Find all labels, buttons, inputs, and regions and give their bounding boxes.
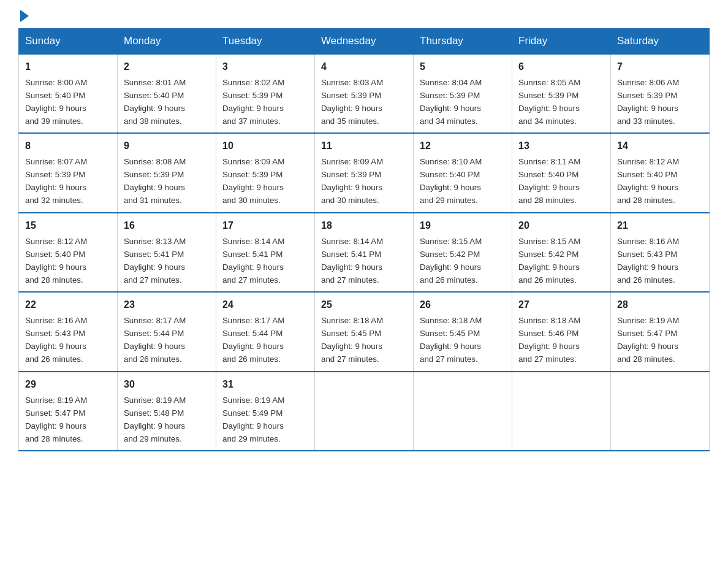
day-number: 18 <box>321 218 407 234</box>
day-number: 12 <box>420 139 506 154</box>
week-row-4: 22Sunrise: 8:16 AMSunset: 5:43 PMDayligh… <box>19 292 710 371</box>
day-cell: 14Sunrise: 8:12 AMSunset: 5:40 PMDayligh… <box>611 133 710 212</box>
day-info: Sunrise: 8:13 AMSunset: 5:41 PMDaylight:… <box>124 237 186 285</box>
day-info: Sunrise: 8:08 AMSunset: 5:39 PMDaylight:… <box>124 157 186 205</box>
day-info: Sunrise: 8:18 AMSunset: 5:46 PMDaylight:… <box>518 316 580 364</box>
day-info: Sunrise: 8:12 AMSunset: 5:40 PMDaylight:… <box>25 237 87 285</box>
day-number: 27 <box>518 297 604 313</box>
week-row-1: 1Sunrise: 8:00 AMSunset: 5:40 PMDaylight… <box>19 54 710 133</box>
day-cell: 7Sunrise: 8:06 AMSunset: 5:39 PMDaylight… <box>611 54 710 133</box>
day-number: 1 <box>25 59 111 75</box>
day-info: Sunrise: 8:16 AMSunset: 5:43 PMDaylight:… <box>617 237 679 285</box>
logo-arrow-icon <box>20 10 29 22</box>
day-cell: 22Sunrise: 8:16 AMSunset: 5:43 PMDayligh… <box>19 292 118 371</box>
week-row-5: 29Sunrise: 8:19 AMSunset: 5:47 PMDayligh… <box>19 372 710 451</box>
day-number: 22 <box>25 297 111 313</box>
day-cell: 18Sunrise: 8:14 AMSunset: 5:41 PMDayligh… <box>315 213 414 292</box>
day-number: 15 <box>25 218 111 234</box>
day-number: 25 <box>321 297 407 313</box>
day-number: 8 <box>25 139 111 154</box>
day-info: Sunrise: 8:19 AMSunset: 5:48 PMDaylight:… <box>124 396 186 443</box>
day-cell: 12Sunrise: 8:10 AMSunset: 5:40 PMDayligh… <box>414 133 512 212</box>
day-info: Sunrise: 8:19 AMSunset: 5:47 PMDaylight:… <box>25 396 87 443</box>
day-info: Sunrise: 8:07 AMSunset: 5:39 PMDaylight:… <box>25 157 87 205</box>
day-number: 13 <box>518 139 604 154</box>
day-cell: 13Sunrise: 8:11 AMSunset: 5:40 PMDayligh… <box>512 133 611 212</box>
day-info: Sunrise: 8:17 AMSunset: 5:44 PMDaylight:… <box>124 316 186 364</box>
day-cell: 11Sunrise: 8:09 AMSunset: 5:39 PMDayligh… <box>315 133 414 212</box>
day-number: 28 <box>617 297 703 313</box>
day-number: 29 <box>25 377 111 393</box>
day-number: 7 <box>617 59 703 75</box>
day-cell: 30Sunrise: 8:19 AMSunset: 5:48 PMDayligh… <box>118 372 216 451</box>
day-number: 4 <box>321 59 407 75</box>
day-cell: 29Sunrise: 8:19 AMSunset: 5:47 PMDayligh… <box>19 372 118 451</box>
day-info: Sunrise: 8:04 AMSunset: 5:39 PMDaylight:… <box>420 78 482 126</box>
day-info: Sunrise: 8:15 AMSunset: 5:42 PMDaylight:… <box>518 237 580 285</box>
week-row-3: 15Sunrise: 8:12 AMSunset: 5:40 PMDayligh… <box>19 213 710 292</box>
day-number: 24 <box>222 297 308 313</box>
header-cell-sunday: Sunday <box>19 29 118 55</box>
day-number: 2 <box>124 59 210 75</box>
day-number: 26 <box>420 297 506 313</box>
day-cell <box>512 372 611 451</box>
day-info: Sunrise: 8:00 AMSunset: 5:40 PMDaylight:… <box>25 78 87 126</box>
day-cell: 27Sunrise: 8:18 AMSunset: 5:46 PMDayligh… <box>512 292 611 371</box>
day-number: 14 <box>617 139 703 154</box>
page-header <box>18 12 710 22</box>
day-cell: 2Sunrise: 8:01 AMSunset: 5:40 PMDaylight… <box>118 54 216 133</box>
day-info: Sunrise: 8:11 AMSunset: 5:40 PMDaylight:… <box>518 157 580 205</box>
day-info: Sunrise: 8:14 AMSunset: 5:41 PMDaylight:… <box>222 237 284 285</box>
day-cell: 24Sunrise: 8:17 AMSunset: 5:44 PMDayligh… <box>216 292 315 371</box>
day-number: 20 <box>518 218 604 234</box>
day-number: 6 <box>518 59 604 75</box>
day-number: 10 <box>222 139 308 154</box>
header-cell-friday: Friday <box>512 29 611 55</box>
day-info: Sunrise: 8:17 AMSunset: 5:44 PMDaylight:… <box>222 316 284 364</box>
day-cell: 23Sunrise: 8:17 AMSunset: 5:44 PMDayligh… <box>118 292 216 371</box>
logo <box>18 12 29 22</box>
day-cell: 1Sunrise: 8:00 AMSunset: 5:40 PMDaylight… <box>19 54 118 133</box>
header-cell-monday: Monday <box>118 29 216 55</box>
day-info: Sunrise: 8:14 AMSunset: 5:41 PMDaylight:… <box>321 237 383 285</box>
day-cell: 10Sunrise: 8:09 AMSunset: 5:39 PMDayligh… <box>216 133 315 212</box>
header-cell-thursday: Thursday <box>414 29 512 55</box>
day-cell: 21Sunrise: 8:16 AMSunset: 5:43 PMDayligh… <box>611 213 710 292</box>
day-info: Sunrise: 8:18 AMSunset: 5:45 PMDaylight:… <box>321 316 383 364</box>
day-info: Sunrise: 8:16 AMSunset: 5:43 PMDaylight:… <box>25 316 87 364</box>
day-number: 17 <box>222 218 308 234</box>
day-cell: 9Sunrise: 8:08 AMSunset: 5:39 PMDaylight… <box>118 133 216 212</box>
day-cell: 28Sunrise: 8:19 AMSunset: 5:47 PMDayligh… <box>611 292 710 371</box>
day-info: Sunrise: 8:12 AMSunset: 5:40 PMDaylight:… <box>617 157 679 205</box>
day-info: Sunrise: 8:01 AMSunset: 5:40 PMDaylight:… <box>124 78 186 126</box>
calendar-body: 1Sunrise: 8:00 AMSunset: 5:40 PMDaylight… <box>19 54 710 451</box>
week-row-2: 8Sunrise: 8:07 AMSunset: 5:39 PMDaylight… <box>19 133 710 212</box>
day-cell <box>315 372 414 451</box>
day-cell: 31Sunrise: 8:19 AMSunset: 5:49 PMDayligh… <box>216 372 315 451</box>
day-cell: 15Sunrise: 8:12 AMSunset: 5:40 PMDayligh… <box>19 213 118 292</box>
day-cell: 25Sunrise: 8:18 AMSunset: 5:45 PMDayligh… <box>315 292 414 371</box>
header-cell-tuesday: Tuesday <box>216 29 315 55</box>
day-info: Sunrise: 8:02 AMSunset: 5:39 PMDaylight:… <box>222 78 284 126</box>
day-number: 23 <box>124 297 210 313</box>
day-cell: 3Sunrise: 8:02 AMSunset: 5:39 PMDaylight… <box>216 54 315 133</box>
day-info: Sunrise: 8:19 AMSunset: 5:47 PMDaylight:… <box>617 316 679 364</box>
day-cell: 16Sunrise: 8:13 AMSunset: 5:41 PMDayligh… <box>118 213 216 292</box>
calendar-header: SundayMondayTuesdayWednesdayThursdayFrid… <box>19 29 710 55</box>
day-info: Sunrise: 8:18 AMSunset: 5:45 PMDaylight:… <box>420 316 482 364</box>
header-cell-wednesday: Wednesday <box>315 29 414 55</box>
day-number: 16 <box>124 218 210 234</box>
day-cell <box>611 372 710 451</box>
day-info: Sunrise: 8:06 AMSunset: 5:39 PMDaylight:… <box>617 78 679 126</box>
day-info: Sunrise: 8:09 AMSunset: 5:39 PMDaylight:… <box>222 157 284 205</box>
day-cell: 26Sunrise: 8:18 AMSunset: 5:45 PMDayligh… <box>414 292 512 371</box>
day-number: 5 <box>420 59 506 75</box>
day-number: 19 <box>420 218 506 234</box>
day-cell: 4Sunrise: 8:03 AMSunset: 5:39 PMDaylight… <box>315 54 414 133</box>
day-cell <box>414 372 512 451</box>
day-info: Sunrise: 8:19 AMSunset: 5:49 PMDaylight:… <box>222 396 284 443</box>
day-info: Sunrise: 8:05 AMSunset: 5:39 PMDaylight:… <box>518 78 580 126</box>
day-number: 3 <box>222 59 308 75</box>
day-number: 9 <box>124 139 210 154</box>
day-cell: 20Sunrise: 8:15 AMSunset: 5:42 PMDayligh… <box>512 213 611 292</box>
